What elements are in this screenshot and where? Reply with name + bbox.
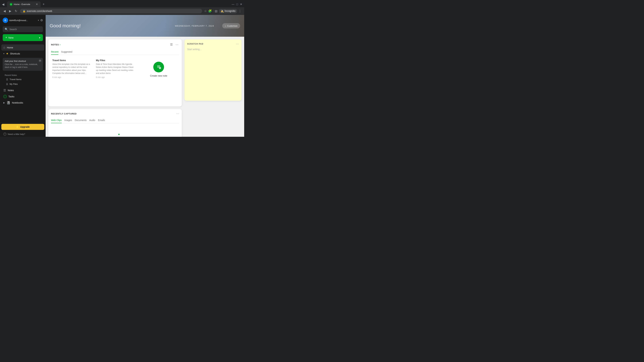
username-area[interactable]: 6d44f5c4@mood... ▾ bbox=[10, 19, 39, 22]
app: G 6d44f5c4@mood... ▾ ⚙ 🔍 Search + New ▾ … bbox=[0, 15, 244, 137]
svg-rect-6 bbox=[157, 67, 159, 67]
username-text: 6d44f5c4@mood... bbox=[10, 19, 37, 22]
shortcut-hint-card: Add your first shortcut Click the ... ic… bbox=[3, 58, 43, 71]
sidebar-item-shortcuts-label: Shortcuts bbox=[10, 52, 20, 55]
captured-star-icon-1: ★ bbox=[118, 133, 120, 136]
notes-tab-suggested[interactable]: Suggested bbox=[61, 49, 72, 55]
captured-menu-button[interactable]: ⋯ bbox=[176, 112, 179, 115]
back-button[interactable]: ◀ bbox=[3, 8, 6, 13]
notes-card-header: NOTES › ☰ ⋯ bbox=[51, 42, 179, 47]
notes-tab-recent[interactable]: Recent bbox=[51, 49, 58, 55]
scratch-area[interactable]: Start writing... bbox=[187, 48, 239, 98]
sidebar-item-tasks[interactable]: ✓ Tasks bbox=[1, 93, 44, 99]
address-bar: ◀ ▶ ↻ 🔒 evernote.com/client/web ☆ 🧩 ▤ 🕵 … bbox=[0, 7, 244, 15]
user-chevron-icon: ▾ bbox=[38, 19, 39, 21]
notes-card-arrow-icon[interactable]: › bbox=[60, 43, 60, 46]
svg-text:E: E bbox=[11, 4, 12, 5]
notes-more-button[interactable]: ⋯ bbox=[175, 42, 179, 47]
extensions-icon[interactable]: 🧩 bbox=[208, 9, 212, 13]
customize-label: Customize bbox=[227, 25, 238, 27]
customize-button[interactable]: ⌂ Customize bbox=[222, 23, 240, 28]
note-item-myfiles[interactable]: My Files Date & Time Goal Attendees Me A… bbox=[94, 58, 136, 81]
new-button-arrow-icon: ▾ bbox=[39, 36, 40, 39]
notes-icon: ☰ bbox=[3, 88, 6, 92]
refresh-button[interactable]: ↻ bbox=[14, 8, 18, 13]
svg-rect-4 bbox=[157, 65, 160, 66]
shortcuts-star-icon: ★ bbox=[6, 52, 8, 55]
captured-tab-audio[interactable]: Audio bbox=[89, 117, 95, 123]
sidebar-item-tasks-label: Tasks bbox=[8, 95, 14, 98]
bookmark-icon[interactable]: ☆ bbox=[204, 9, 207, 13]
hero-greeting: Good morning! bbox=[50, 23, 81, 28]
sidebar-item-home-label: Home bbox=[7, 46, 13, 49]
recent-notes-header: Recent Notes bbox=[3, 73, 43, 77]
svg-text:G: G bbox=[4, 19, 6, 22]
settings-icon[interactable]: ⚙ bbox=[40, 18, 43, 22]
captured-tab-emails[interactable]: Emails bbox=[98, 117, 105, 123]
new-tab-button[interactable]: + bbox=[41, 2, 46, 7]
browser-chrome: ◀ E Home - Evernote ✕ + — □ ✕ ◀ ▶ ↻ 🔒 ev… bbox=[0, 0, 244, 15]
note-title-travel: Travel Items bbox=[52, 59, 90, 62]
help-item[interactable]: ? Need a little help? bbox=[1, 131, 44, 137]
shortcut-hint-close-button[interactable]: ✕ bbox=[38, 59, 42, 62]
sidebar-item-notebooks[interactable]: ▶ 📓 Notebooks bbox=[1, 99, 44, 106]
captured-tab-documents[interactable]: Documents bbox=[75, 117, 86, 123]
scratch-menu-button[interactable]: ⋯ bbox=[236, 42, 239, 46]
recent-note-travel-label: Travel Items bbox=[10, 78, 22, 81]
menu-icon[interactable]: ⋮ bbox=[238, 9, 242, 13]
create-note-item[interactable]: Create new note bbox=[138, 58, 179, 81]
upgrade-button[interactable]: ⭐ Upgrade bbox=[1, 124, 44, 130]
incognito-badge: 🕵 Incognito bbox=[219, 9, 237, 13]
help-label: Need a little help? bbox=[8, 133, 25, 135]
sidebar-icon[interactable]: ▤ bbox=[215, 9, 218, 13]
sidebar-header: G 6d44f5c4@mood... ▾ ⚙ bbox=[0, 15, 46, 26]
notebooks-chevron-icon: ▶ bbox=[3, 102, 5, 104]
minimize-button[interactable]: — bbox=[231, 2, 235, 6]
notes-list-view-button[interactable]: ☰ bbox=[170, 42, 174, 47]
lock-icon: 🔒 bbox=[23, 10, 26, 12]
notes-card-actions: ☰ ⋯ bbox=[170, 42, 179, 47]
upgrade-label: Upgrade bbox=[20, 125, 30, 128]
new-button[interactable]: + New ▾ bbox=[3, 34, 43, 41]
scratch-title: SCRATCH PAD bbox=[187, 43, 204, 45]
sidebar-nav: ⌂ Home ▾ ★ Shortcuts Add your first shor… bbox=[0, 44, 46, 122]
recent-note-files-label: My Files bbox=[10, 83, 18, 85]
new-button-label: New bbox=[8, 36, 38, 39]
customize-icon: ⌂ bbox=[225, 25, 226, 27]
url-bar[interactable]: 🔒 evernote.com/client/web bbox=[20, 9, 202, 13]
recently-captured-card: RECENTLY CAPTURED ⋯ Web Clips Images Doc… bbox=[48, 109, 182, 137]
sidebar-item-notes[interactable]: ☰ Notes bbox=[1, 87, 44, 93]
new-button-plus-icon: + bbox=[5, 36, 7, 39]
notes-card: NOTES › ☰ ⋯ Recent Suggested bbox=[48, 39, 182, 106]
tab-close-icon[interactable]: ✕ bbox=[36, 3, 38, 6]
captured-tab-webclips[interactable]: Web Clips bbox=[51, 117, 62, 123]
scratch-pad-card: SCRATCH PAD ⋯ Start writing... bbox=[184, 39, 242, 101]
avatar: G bbox=[3, 17, 8, 23]
sidebar-item-home[interactable]: ⌂ Home bbox=[1, 44, 44, 51]
sidebar-recent-note-my-files[interactable]: ☰ My Files bbox=[3, 82, 43, 86]
captured-star-icon-2: ✦ bbox=[109, 136, 111, 137]
active-tab[interactable]: E Home - Evernote ✕ bbox=[7, 1, 40, 7]
tab-back-icon[interactable]: ◀ bbox=[1, 2, 5, 7]
maximize-button[interactable]: □ bbox=[236, 2, 239, 6]
address-right-icons: ☆ 🧩 ▤ 🕵 Incognito ⋮ bbox=[204, 9, 242, 13]
note-item-travel[interactable]: Travel Items About this template Use thi… bbox=[51, 58, 92, 81]
sidebar-item-shortcuts[interactable]: ▾ ★ Shortcuts bbox=[1, 51, 44, 56]
incognito-label: Incognito bbox=[224, 9, 236, 12]
sidebar-recent-note-travel-items[interactable]: ☰ Travel Items bbox=[3, 77, 43, 82]
close-button[interactable]: ✕ bbox=[239, 2, 243, 6]
recent-notes-section: Recent Notes ☰ Travel Items ☰ My Files bbox=[1, 72, 44, 87]
captured-tab-images[interactable]: Images bbox=[64, 117, 72, 123]
sidebar: G 6d44f5c4@mood... ▾ ⚙ 🔍 Search + New ▾ … bbox=[0, 15, 46, 137]
sidebar-bottom: ⭐ Upgrade ? Need a little help? bbox=[0, 122, 46, 137]
search-bar[interactable]: 🔍 Search bbox=[3, 26, 43, 32]
left-column: NOTES › ☰ ⋯ Recent Suggested bbox=[48, 39, 182, 137]
tab-bar: ◀ E Home - Evernote ✕ + — □ ✕ bbox=[0, 0, 244, 7]
hero-header: Good morning! WEDNESDAY, FEBRUARY 7, 202… bbox=[46, 15, 244, 37]
forward-button[interactable]: ▶ bbox=[8, 8, 12, 13]
tab-back-forward[interactable]: ◀ bbox=[1, 2, 5, 7]
hero-date: WEDNESDAY, FEBRUARY 7, 2024 bbox=[175, 25, 214, 27]
upgrade-star-icon: ⭐ bbox=[16, 125, 19, 128]
captured-empty-state: ★ ✦ 🐘 bbox=[51, 126, 179, 137]
scratch-header: SCRATCH PAD ⋯ bbox=[187, 42, 239, 46]
